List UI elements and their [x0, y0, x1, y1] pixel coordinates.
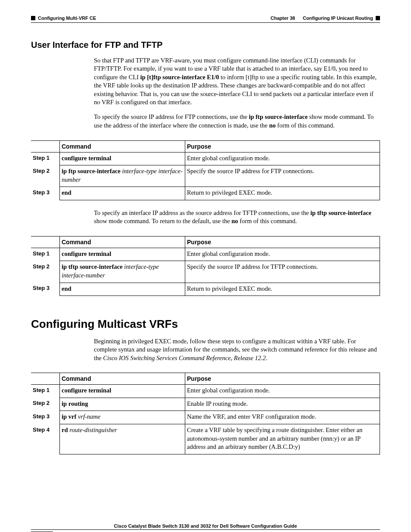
- table-row: Step 1 configure terminal Enter global c…: [31, 248, 380, 261]
- table-header-row: Command Purpose: [31, 373, 380, 385]
- running-header: Configuring Multi-VRF CE Chapter 38 Conf…: [31, 16, 380, 21]
- command-cell: end: [60, 283, 185, 296]
- table-row: Step 2 ip tftp source-interface interfac…: [31, 261, 380, 283]
- purpose-cell: Return to privileged EXEC mode.: [185, 187, 380, 200]
- table-row: Step 3 end Return to privileged EXEC mod…: [31, 187, 380, 200]
- body-paragraph: To specify an interface IP address as th…: [94, 209, 380, 226]
- header-bullet-icon: [31, 16, 35, 20]
- header-right: Chapter 38 Configuring IP Unicast Routin…: [271, 16, 380, 21]
- table-header-blank: [31, 373, 60, 385]
- header-left: Configuring Multi-VRF CE: [31, 16, 96, 21]
- step-label: Step 1: [31, 152, 60, 165]
- text: To specify the source IP address for FTP…: [94, 113, 249, 120]
- header-chapter-prefix: Chapter 38: [271, 16, 295, 21]
- text-bold: no: [269, 122, 276, 129]
- footer-title: Cisco Catalyst Blade Switch 3130 and 303…: [31, 523, 380, 529]
- text: .: [266, 355, 268, 361]
- table-row: Step 3 end Return to privileged EXEC mod…: [31, 283, 380, 296]
- header-bullet-icon: [376, 16, 380, 20]
- text: To specify an interface IP address as th…: [94, 209, 311, 216]
- step-label: Step 4: [31, 424, 60, 454]
- text-bold: ip tftp source-interface: [311, 209, 371, 216]
- step-label: Step 1: [31, 385, 60, 398]
- body-paragraph: Beginning in privileged EXEC mode, follo…: [94, 337, 380, 363]
- header-chapter-title: Configuring IP Unicast Routing: [303, 16, 373, 21]
- text-bold: ip ftp source-interface: [249, 113, 308, 120]
- command-cell: configure terminal: [60, 248, 185, 261]
- step-label: Step 1: [31, 248, 60, 261]
- command-cell: ip ftp source-interface interface-type i…: [60, 165, 185, 187]
- footer-rule: [31, 529, 380, 530]
- body-paragraph: So that FTP and TFTP are VRF-aware, you …: [94, 56, 380, 107]
- section-heading-multicast: Configuring Multicast VRFs: [31, 317, 380, 331]
- text-bold: ip ftp source-interface: [62, 168, 121, 174]
- command-cell: ip tftp source-interface interface-type …: [60, 261, 185, 283]
- header-rule: [31, 22, 380, 23]
- table-header-command: Command: [60, 140, 185, 152]
- step-label: Step 3: [31, 187, 60, 200]
- table-header-purpose: Purpose: [185, 140, 380, 152]
- purpose-cell: Create a VRF table by specifying a route…: [185, 424, 380, 454]
- text-italic: Cisco IOS Switching Services Command Ref…: [103, 355, 266, 361]
- table-row: Step 1 configure terminal Enter global c…: [31, 152, 380, 165]
- command-cell: end: [60, 187, 185, 200]
- purpose-cell: Name the VRF, and enter VRF configuratio…: [185, 411, 380, 424]
- command-table-ftp: Command Purpose Step 1 configure termina…: [31, 140, 380, 200]
- page-footer: Cisco Catalyst Blade Switch 3130 and 303…: [31, 523, 380, 532]
- table-header-purpose: Purpose: [185, 236, 380, 248]
- text-bold: ip [t]ftp source-interface E1/0: [140, 74, 219, 81]
- table-header-blank: [31, 140, 60, 152]
- table-row: Step 2 ip ftp source-interface interface…: [31, 165, 380, 187]
- text-bold: rd: [62, 426, 68, 433]
- text-italic: vrf-name: [76, 413, 100, 420]
- body-paragraph: To specify the source IP address for FTP…: [94, 113, 380, 130]
- command-cell: ip routing: [60, 398, 185, 411]
- step-label: Step 3: [31, 283, 60, 296]
- step-label: Step 2: [31, 398, 60, 411]
- purpose-cell: Enter global configuration mode.: [185, 152, 380, 165]
- text-italic: route-distinguisher: [68, 426, 117, 433]
- header-section: Configuring Multi-VRF CE: [38, 16, 96, 21]
- purpose-cell: Return to privileged EXEC mode.: [185, 283, 380, 296]
- table-header-purpose: Purpose: [185, 373, 380, 385]
- command-cell: configure terminal: [60, 385, 185, 398]
- purpose-cell: Enable IP routing mode.: [185, 398, 380, 411]
- step-label: Step 2: [31, 261, 60, 283]
- text-bold: no: [231, 218, 238, 224]
- step-label: Step 3: [31, 411, 60, 424]
- text: show mode command. To return to the defa…: [94, 218, 231, 224]
- text-bold: ip tftp source-interface: [62, 263, 122, 270]
- purpose-cell: Enter global configuration mode.: [185, 385, 380, 398]
- table-header-command: Command: [60, 373, 185, 385]
- text: form of this command.: [276, 122, 335, 129]
- purpose-cell: Enter global configuration mode.: [185, 248, 380, 261]
- table-header-blank: [31, 236, 60, 248]
- purpose-cell: Specify the source IP address for TFTP c…: [185, 261, 380, 283]
- command-cell: rd route-distinguisher: [60, 424, 185, 454]
- text-bold: ip vrf: [62, 413, 76, 420]
- purpose-cell: Specify the source IP address for FTP co…: [185, 165, 380, 187]
- table-row: Step 1 configure terminal Enter global c…: [31, 385, 380, 398]
- table-row: Step 2 ip routing Enable IP routing mode…: [31, 398, 380, 411]
- table-header-command: Command: [60, 236, 185, 248]
- table-row: Step 4 rd route-distinguisher Create a V…: [31, 424, 380, 454]
- text: form of this command.: [238, 218, 297, 224]
- command-table-tftp: Command Purpose Step 1 configure termina…: [31, 236, 380, 296]
- command-cell: configure terminal: [60, 152, 185, 165]
- table-header-row: Command Purpose: [31, 140, 380, 152]
- section-heading-ftp: User Interface for FTP and TFTP: [31, 40, 380, 50]
- table-row: Step 3 ip vrf vrf-name Name the VRF, and…: [31, 411, 380, 424]
- step-label: Step 2: [31, 165, 60, 187]
- command-cell: ip vrf vrf-name: [60, 411, 185, 424]
- table-header-row: Command Purpose: [31, 236, 380, 248]
- command-table-multicast: Command Purpose Step 1 configure termina…: [31, 373, 380, 454]
